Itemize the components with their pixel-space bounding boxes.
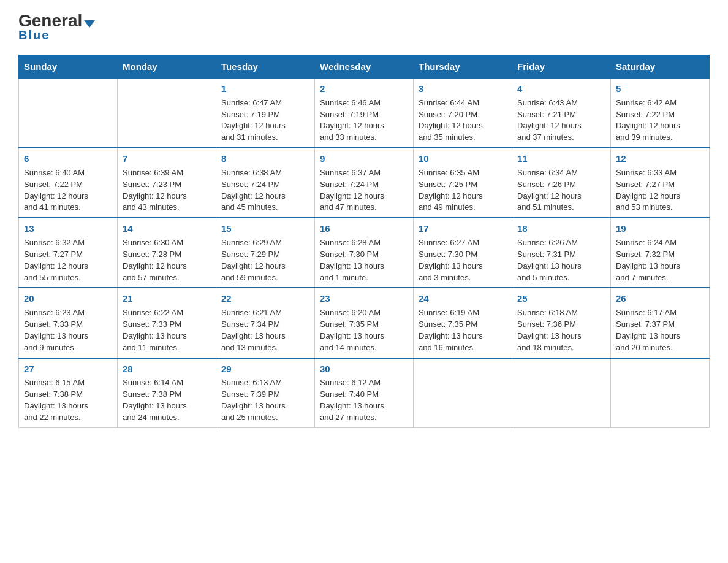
day-number: 30 bbox=[320, 362, 408, 376]
day-info-line: and 33 minutes. bbox=[320, 132, 408, 144]
day-info-line: Sunset: 7:30 PM bbox=[320, 249, 408, 261]
day-info-line: Daylight: 13 hours bbox=[320, 400, 408, 412]
day-info-line: Sunset: 7:24 PM bbox=[320, 179, 408, 191]
day-number: 10 bbox=[419, 152, 507, 166]
day-info-line: Daylight: 12 hours bbox=[221, 191, 309, 202]
day-info-line: Sunrise: 6:39 AM bbox=[123, 167, 211, 179]
calendar-week-5: 27Sunrise: 6:15 AMSunset: 7:38 PMDayligh… bbox=[19, 358, 710, 428]
day-info-line: Daylight: 13 hours bbox=[123, 331, 211, 342]
day-info-line: Sunset: 7:31 PM bbox=[517, 249, 605, 261]
logo-blue: Blue bbox=[18, 28, 50, 42]
day-info-line: Daylight: 13 hours bbox=[517, 261, 605, 272]
day-number: 1 bbox=[221, 82, 309, 96]
day-info-line: Sunset: 7:23 PM bbox=[123, 179, 211, 191]
day-info-line: Sunrise: 6:47 AM bbox=[221, 98, 309, 109]
day-info-line: Sunrise: 6:18 AM bbox=[517, 307, 605, 319]
day-info-line: Daylight: 12 hours bbox=[221, 261, 309, 272]
day-info-line: Daylight: 12 hours bbox=[123, 261, 211, 272]
day-info-line: Sunset: 7:40 PM bbox=[320, 389, 408, 400]
calendar-cell: 30Sunrise: 6:12 AMSunset: 7:40 PMDayligh… bbox=[315, 358, 414, 428]
day-info-line: Sunrise: 6:40 AM bbox=[24, 167, 112, 179]
calendar-cell: 3Sunrise: 6:44 AMSunset: 7:20 PMDaylight… bbox=[414, 79, 512, 148]
calendar-week-3: 13Sunrise: 6:32 AMSunset: 7:27 PMDayligh… bbox=[19, 218, 710, 288]
day-number: 7 bbox=[123, 152, 211, 166]
day-info-line: Sunset: 7:38 PM bbox=[24, 389, 112, 400]
day-info-line: Sunset: 7:33 PM bbox=[123, 319, 211, 331]
day-info-line: and 11 minutes. bbox=[123, 342, 211, 354]
day-info-line: and 27 minutes. bbox=[320, 412, 408, 424]
day-number: 8 bbox=[221, 152, 309, 166]
calendar-week-1: 1Sunrise: 6:47 AMSunset: 7:19 PMDaylight… bbox=[19, 79, 710, 148]
day-info-line: Sunset: 7:38 PM bbox=[123, 389, 211, 400]
calendar-header-tuesday: Tuesday bbox=[216, 55, 315, 79]
calendar-cell: 25Sunrise: 6:18 AMSunset: 7:36 PMDayligh… bbox=[512, 288, 611, 358]
day-info-line: Sunrise: 6:12 AM bbox=[320, 377, 408, 389]
day-info-line: Sunset: 7:19 PM bbox=[320, 109, 408, 121]
day-info-line: Sunset: 7:33 PM bbox=[24, 319, 112, 331]
calendar-cell: 5Sunrise: 6:42 AMSunset: 7:22 PMDaylight… bbox=[611, 79, 710, 148]
day-info-line: Daylight: 13 hours bbox=[221, 400, 309, 412]
calendar-week-2: 6Sunrise: 6:40 AMSunset: 7:22 PMDaylight… bbox=[19, 148, 710, 218]
day-info-line: Sunrise: 6:34 AM bbox=[517, 167, 605, 179]
day-info-line: Sunrise: 6:46 AM bbox=[320, 98, 408, 109]
calendar-cell: 26Sunrise: 6:17 AMSunset: 7:37 PMDayligh… bbox=[611, 288, 710, 358]
calendar-header-saturday: Saturday bbox=[611, 55, 710, 79]
day-info-line: Sunrise: 6:33 AM bbox=[616, 167, 704, 179]
day-info-line: Sunrise: 6:20 AM bbox=[320, 307, 408, 319]
day-info-line: Sunset: 7:30 PM bbox=[419, 249, 507, 261]
day-number: 19 bbox=[616, 222, 704, 236]
calendar-header-row: SundayMondayTuesdayWednesdayThursdayFrid… bbox=[19, 55, 710, 79]
calendar-cell: 12Sunrise: 6:33 AMSunset: 7:27 PMDayligh… bbox=[611, 148, 710, 218]
day-info-line: Sunrise: 6:13 AM bbox=[221, 377, 309, 389]
calendar-cell: 27Sunrise: 6:15 AMSunset: 7:38 PMDayligh… bbox=[19, 358, 118, 428]
day-info-line: Daylight: 13 hours bbox=[24, 400, 112, 412]
day-number: 23 bbox=[320, 292, 408, 305]
day-info-line: and 16 minutes. bbox=[419, 342, 507, 354]
day-info-line: and 55 minutes. bbox=[24, 272, 112, 284]
day-info-line: and 25 minutes. bbox=[221, 412, 309, 424]
day-info-line: Sunset: 7:27 PM bbox=[24, 249, 112, 261]
calendar-cell: 28Sunrise: 6:14 AMSunset: 7:38 PMDayligh… bbox=[118, 358, 216, 428]
day-info-line: Daylight: 13 hours bbox=[123, 400, 211, 412]
day-info-line: Sunrise: 6:24 AM bbox=[616, 237, 704, 249]
calendar-cell: 7Sunrise: 6:39 AMSunset: 7:23 PMDaylight… bbox=[118, 148, 216, 218]
day-info-line: and 5 minutes. bbox=[517, 272, 605, 284]
calendar-cell: 6Sunrise: 6:40 AMSunset: 7:22 PMDaylight… bbox=[19, 148, 118, 218]
day-info-line: Sunset: 7:21 PM bbox=[517, 109, 605, 121]
day-info-line: Daylight: 13 hours bbox=[320, 261, 408, 272]
day-info-line: Sunrise: 6:26 AM bbox=[517, 237, 605, 249]
calendar-cell bbox=[19, 79, 118, 148]
day-info-line: Daylight: 12 hours bbox=[616, 120, 704, 132]
day-info-line: Sunset: 7:28 PM bbox=[123, 249, 211, 261]
day-info-line: and 13 minutes. bbox=[221, 342, 309, 354]
calendar-header-friday: Friday bbox=[512, 55, 611, 79]
day-number: 15 bbox=[221, 222, 309, 236]
calendar-cell: 17Sunrise: 6:27 AMSunset: 7:30 PMDayligh… bbox=[414, 218, 512, 288]
day-info-line: Sunset: 7:36 PM bbox=[517, 319, 605, 331]
day-info-line: and 43 minutes. bbox=[123, 202, 211, 213]
day-number: 17 bbox=[419, 222, 507, 236]
day-info-line: Sunset: 7:32 PM bbox=[616, 249, 704, 261]
day-number: 12 bbox=[616, 152, 704, 166]
logo-text: General bbox=[18, 12, 95, 29]
day-number: 24 bbox=[419, 292, 507, 305]
day-info-line: Sunset: 7:25 PM bbox=[419, 179, 507, 191]
day-info-line: Sunrise: 6:29 AM bbox=[221, 237, 309, 249]
day-info-line: Sunset: 7:27 PM bbox=[616, 179, 704, 191]
day-info-line: Sunset: 7:29 PM bbox=[221, 249, 309, 261]
calendar-cell bbox=[512, 358, 611, 428]
day-info-line: and 51 minutes. bbox=[517, 202, 605, 213]
day-info-line: Daylight: 13 hours bbox=[616, 261, 704, 272]
day-info-line: Sunset: 7:19 PM bbox=[221, 109, 309, 121]
day-info-line: and 31 minutes. bbox=[221, 132, 309, 144]
day-info-line: Sunset: 7:35 PM bbox=[419, 319, 507, 331]
calendar-week-4: 20Sunrise: 6:23 AMSunset: 7:33 PMDayligh… bbox=[19, 288, 710, 358]
day-info-line: Sunset: 7:22 PM bbox=[24, 179, 112, 191]
day-number: 11 bbox=[517, 152, 605, 166]
day-info-line: and 9 minutes. bbox=[24, 342, 112, 354]
calendar-cell bbox=[414, 358, 512, 428]
calendar-cell: 2Sunrise: 6:46 AMSunset: 7:19 PMDaylight… bbox=[315, 79, 414, 148]
day-info-line: Sunrise: 6:15 AM bbox=[24, 377, 112, 389]
day-info-line: and 3 minutes. bbox=[419, 272, 507, 284]
day-info-line: Sunrise: 6:43 AM bbox=[517, 98, 605, 109]
